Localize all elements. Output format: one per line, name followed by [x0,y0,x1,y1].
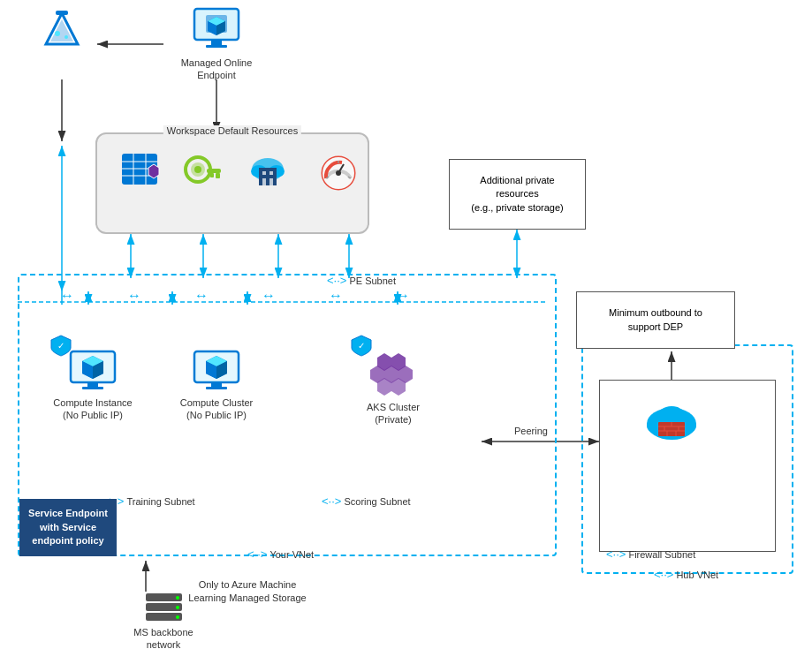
svg-rect-55 [269,178,273,185]
firewall-icon [636,397,707,446]
hub-vnet-label: <··> Hub VNet [654,568,718,581]
firewall-subnet-chevron: <··> [606,547,626,561]
managed-storage-note: Only to Azure MachineLearning Managed St… [177,578,318,606]
managed-online-endpoint-icon: Managed OnlineEndpoint [168,4,265,82]
svg-point-25 [65,35,68,39]
peering-text: Peering [514,426,548,436]
ms-backbone-label: MS backbonenetwork [133,626,193,649]
workspace-default-box: Workspace Default Resources [95,132,369,234]
workspace-label: Workspace Default Resources [163,125,301,136]
svg-rect-28 [211,40,222,45]
firewall-subnet-label: <··> Firewall Subnet [606,547,695,561]
pe-subnet-chevron: <··> [327,274,346,287]
your-vnet-text: Your VNet [269,549,314,560]
your-vnet-chevron: <··> [247,547,267,561]
compute-cluster-label: Compute Cluster(No Public IP) [180,396,254,422]
svg-rect-74 [211,382,222,387]
compute-cluster-icon: Compute Cluster(No Public IP) [168,349,265,422]
pe-subnet-text: PE Subnet [349,275,396,286]
storage-icon [243,152,292,192]
peering-label: Peering [514,426,548,436]
aks-cluster-label: AKS Cluster(Private) [367,401,420,426]
scoring-subnet-text: Scoring Subnet [344,496,410,507]
svg-rect-66 [87,382,98,387]
min-outbound-box: Minimum outbound tosupport DEP [576,291,735,349]
svg-rect-39 [133,154,134,185]
svg-text:✓: ✓ [358,341,365,351]
svg-rect-46 [210,173,214,177]
svg-rect-52 [262,171,266,175]
svg-rect-40 [145,154,147,185]
svg-point-24 [55,31,60,36]
svg-rect-53 [269,171,273,175]
compute-instance-icon: ✓ Compute Instance(No Public IP) [44,349,141,422]
training-subnet-text: Training Subnet [126,496,194,507]
svg-point-92 [176,606,179,609]
pe-subnet-line [18,298,557,306]
hub-vnet-text: Hub VNet [676,570,718,580]
hub-vnet-chevron: <··> [654,568,673,581]
svg-marker-41 [148,164,159,178]
compute-instance-label: Compute Instance(No Public IP) [53,396,132,422]
diagram-container: Managed OnlineEndpoint Workspace Default… [0,0,812,649]
managed-storage-note-text: Only to Azure MachineLearning Managed St… [188,579,306,603]
additional-private-resources-box: Additional privateresources(e.g., privat… [449,159,586,230]
svg-rect-75 [206,387,227,389]
svg-point-59 [336,170,341,176]
min-outbound-label: Minimum outbound tosupport DEP [609,306,702,334]
svg-rect-44 [207,169,221,173]
svg-point-93 [176,615,179,619]
service-endpoint-box: Service Endpointwith Serviceendpoint pol… [19,499,117,556]
scoring-subnet-label: <··> Scoring Subnet [322,494,411,508]
svg-rect-23 [56,11,68,15]
svg-rect-67 [82,387,103,389]
svg-text:✓: ✓ [57,341,65,351]
svg-point-47 [194,166,201,173]
svg-rect-54 [262,178,266,185]
your-vnet-label: <··> Your VNet [247,547,314,561]
azure-ml-icon [31,9,93,57]
svg-rect-29 [206,45,227,48]
pe-subnet-label: <··> PE Subnet [327,274,396,287]
firewall-subnet-text: Firewall Subnet [628,549,695,560]
svg-rect-45 [216,173,220,178]
scoring-chevron: <··> [322,494,341,508]
aks-cluster-icon: ✓ AKS Cluster(Private) [345,349,442,426]
monitor-gauge-icon [314,152,362,192]
svg-rect-36 [122,161,157,162]
service-endpoint-label: Service Endpointwith Serviceendpoint pol… [28,507,108,547]
managed-online-endpoint-label: Managed OnlineEndpoint [181,57,253,82]
table-icon [115,152,168,192]
additional-private-resources-label: Additional privateresources(e.g., privat… [471,174,564,215]
svg-rect-51 [259,168,277,185]
training-subnet-label: <··> Training Subnet [104,494,195,508]
key-icon [177,152,225,192]
